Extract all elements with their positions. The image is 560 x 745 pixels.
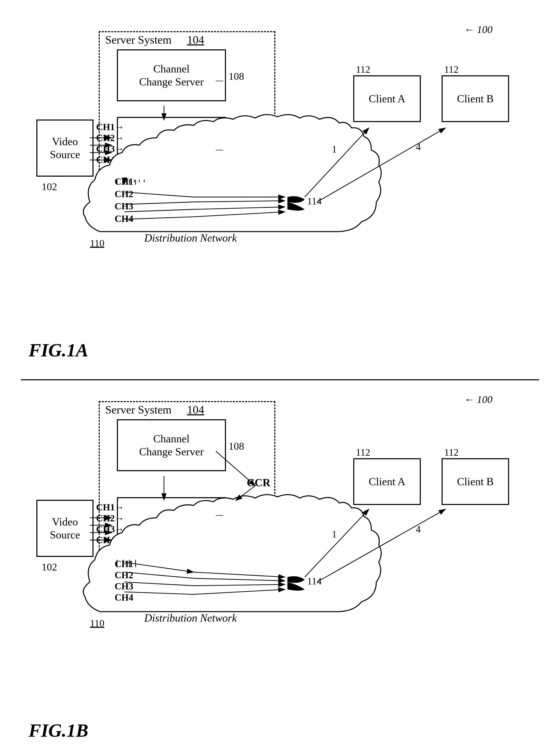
svg-line-48 [194, 584, 285, 586]
svg-text:1: 1 [332, 529, 337, 540]
ref-104-1a: 104 [187, 33, 204, 46]
ref-102-1a: 102 [41, 181, 57, 193]
channel-change-server-1a: ChannelChange Server [117, 50, 226, 101]
svg-line-50 [194, 589, 285, 594]
ref-104-1b: 104 [187, 403, 204, 416]
svg-line-10 [124, 202, 194, 205]
video-source-1a: VideoSource [36, 120, 94, 176]
svg-text:1: 1 [332, 144, 337, 155]
server-system-label-1b: Server System [105, 403, 171, 416]
figure-1b: ← 100 Server System 104 ChannelChange Se… [21, 386, 539, 744]
ref-106-1b: 106 [229, 523, 244, 536]
fig1b-label: FIG.1B [29, 720, 88, 741]
svg-text:110: 110 [90, 238, 104, 249]
ref-112b-1b: 112 [444, 447, 459, 458]
channel-change-server-1b: ChannelChange Server [117, 419, 226, 471]
svg-line-57 [317, 509, 446, 582]
svg-text:CH3: CH3 [114, 581, 133, 591]
svg-text:CH4: CH4 [114, 592, 133, 603]
svg-text:4: 4 [416, 141, 421, 152]
svg-line-8 [124, 192, 194, 197]
svg-line-44 [194, 572, 285, 577]
svg-text:114: 114 [307, 196, 322, 206]
svg-line-47 [124, 582, 194, 586]
client-a-1b: Client A [353, 458, 421, 505]
svg-line-12 [124, 209, 194, 212]
svg-line-26 [317, 128, 446, 202]
ccr-label-1b: CCR [247, 477, 270, 489]
svg-line-55 [305, 509, 369, 577]
ch4-label-1a: CH4→ [96, 154, 124, 165]
ch3-label-1b: CH3→ [96, 524, 124, 535]
svg-line-45 [124, 572, 194, 579]
svg-text:Distribution Network: Distribution Network [144, 612, 237, 624]
svg-line-11 [194, 201, 285, 202]
svg-text:Distribution Network: Distribution Network [144, 232, 237, 244]
figure-1a: ← 100 Server System 104 ChannelChange Se… [21, 15, 539, 364]
ch2-label-1a: CH2→ [96, 132, 124, 143]
divider [21, 379, 539, 380]
ch1-label-1b: CH1→ [96, 502, 124, 513]
stream-server-1b: StreamServer [117, 497, 226, 559]
server-system-label-1a: Server System [105, 33, 171, 46]
ref-112b-1a: 112 [444, 64, 459, 75]
svg-text:110: 110 [90, 618, 104, 628]
ref-106-1a: 106 [229, 143, 244, 155]
video-source-1b: VideoSource [36, 500, 94, 557]
svg-text:CH3: CH3 [114, 201, 133, 212]
svg-line-13 [194, 207, 285, 209]
client-b-1b: Client B [441, 458, 509, 505]
client-b-1a: Client B [441, 75, 509, 122]
stream-server-1a: StreamServer [117, 117, 226, 179]
svg-line-15 [194, 212, 285, 217]
ch4-label-1b: CH4→ [96, 535, 124, 546]
svg-text:CH4: CH4 [114, 214, 133, 224]
svg-line-46 [194, 578, 285, 581]
fig1a-label: FIG.1A [29, 339, 88, 361]
ref-100-fig1b: ← 100 [464, 393, 492, 406]
ch3-label-1a: CH3→ [96, 143, 124, 154]
svg-line-24 [305, 128, 369, 197]
ref-108-1b: 108 [229, 440, 244, 452]
client-a-1a: Client A [353, 75, 421, 122]
svg-text:4: 4 [416, 524, 421, 535]
ref-112a-1a: 112 [356, 64, 370, 75]
ref-108-1a: 108 [229, 70, 244, 82]
ref-102-1b: 102 [41, 561, 57, 573]
svg-line-49 [124, 592, 194, 594]
ref-100-fig1a: ← 100 [464, 23, 492, 36]
svg-text:114: 114 [307, 576, 322, 587]
ref-116-1b: 116 [229, 513, 244, 525]
ch2-label-1b: CH2→ [96, 513, 124, 524]
svg-line-14 [124, 217, 194, 220]
ref-112a-1b: 112 [356, 447, 370, 458]
page: ← 100 Server System 104 ChannelChange Se… [0, 0, 560, 745]
ch1-label-1a: CH1→ [96, 122, 124, 132]
